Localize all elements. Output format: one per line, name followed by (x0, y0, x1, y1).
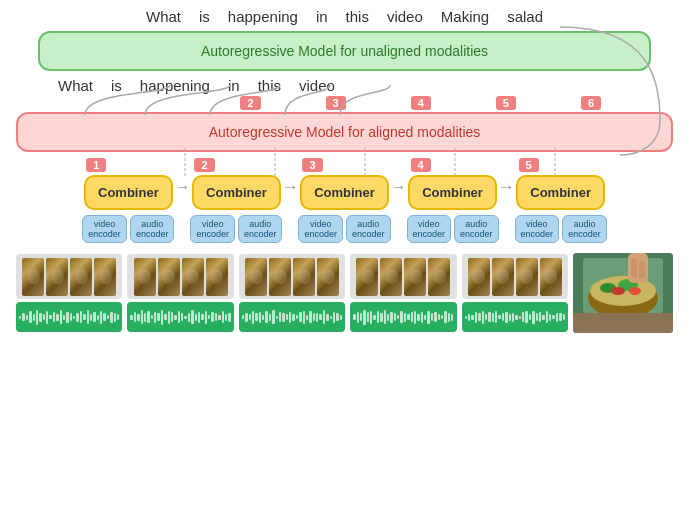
wave-bar (515, 315, 517, 320)
frame (380, 258, 402, 296)
top-question-row: What is happening in this video Making s… (8, 8, 681, 25)
word-happening-1: happening (228, 8, 298, 25)
wave-bar (519, 316, 521, 319)
wave-bar (441, 315, 443, 319)
svg-rect-16 (573, 313, 673, 333)
arrow-1-2: → (174, 178, 190, 196)
wave-bar (63, 315, 65, 320)
wave-bar (303, 311, 305, 324)
wave-bar (211, 312, 213, 322)
audio-encoder-3: audioencoder (346, 215, 391, 243)
media-unit-4 (350, 254, 456, 332)
frame (134, 258, 156, 296)
wave-bar (195, 314, 197, 321)
encoder-pair-1: videoencoder audioencoder (82, 215, 174, 243)
wave-bar (242, 315, 244, 319)
wave-bar (377, 311, 379, 323)
wave-bar (522, 312, 524, 322)
combiner-box-3: Combiner (300, 175, 389, 210)
wave-bar (532, 311, 534, 324)
combiner-box-2: Combiner (192, 175, 281, 210)
video-encoder-4: videoencoder (407, 215, 452, 243)
wave-bar (397, 315, 399, 319)
wave-bar (323, 310, 325, 324)
wave-bar (225, 314, 227, 321)
video-encoder-3: videoencoder (298, 215, 343, 243)
frame (428, 258, 450, 296)
wave-bar (259, 312, 261, 323)
wave-bar (552, 315, 554, 319)
combiner-number-5: 5 (519, 158, 539, 172)
wave-bar (498, 315, 500, 319)
wave-bar (536, 313, 538, 321)
media-unit-1 (16, 254, 122, 332)
wave-bar (448, 313, 450, 322)
wave-bar (400, 311, 402, 323)
wave-bar (171, 312, 173, 322)
wave-bar (26, 315, 28, 320)
wave-bar (147, 311, 149, 323)
svg-rect-14 (631, 258, 637, 278)
svg-point-11 (611, 287, 625, 295)
wave-bar (546, 311, 548, 323)
combiner-box-5: Combiner (516, 175, 605, 210)
wave-bar (249, 314, 251, 320)
wave-bar (269, 314, 271, 321)
combiner-number-4: 4 (411, 158, 431, 172)
word-making: Making (441, 8, 489, 25)
media-unit-5 (462, 254, 568, 332)
frame (158, 258, 180, 296)
encoder-pair-3: videoencoder audioencoder (298, 215, 390, 243)
video-encoder-2: videoencoder (190, 215, 235, 243)
wave-bar (563, 314, 565, 320)
wave-bar (154, 312, 156, 323)
wave-bar (319, 314, 321, 320)
waveform-1 (19, 302, 119, 332)
video-encoder-1: videoencoder (82, 215, 127, 243)
wave-bar (424, 315, 426, 320)
wave-bar (228, 313, 230, 322)
wave-bar (117, 314, 119, 320)
wave-bar (286, 314, 288, 320)
audio-strip-1 (16, 302, 122, 332)
badge-4: 4 (411, 96, 431, 110)
wave-bar (556, 313, 558, 322)
wave-bar (262, 315, 264, 320)
wave-bar (188, 313, 190, 322)
wave-bar (380, 313, 382, 322)
wave-bar (107, 315, 109, 319)
video-encoder-5: videoencoder (515, 215, 560, 243)
combiner-unit-3: 3 Combiner videoencoder audioencoder (298, 158, 390, 243)
frame (492, 258, 514, 296)
wave-bar (478, 313, 480, 321)
frame (22, 258, 44, 296)
wave-bar (414, 311, 416, 324)
frame (46, 258, 68, 296)
frame (540, 258, 562, 296)
audio-encoder-2: audioencoder (238, 215, 283, 243)
word-in-2: in (228, 77, 240, 94)
wave-bar (289, 312, 291, 323)
wave-bar (66, 312, 68, 323)
combiner-unit-4: 4 Combiner videoencoder audioencoder (407, 158, 499, 243)
word-video-1: video (387, 8, 423, 25)
wave-bar (451, 314, 453, 321)
wave-bar (313, 313, 315, 321)
wave-bar (87, 310, 89, 324)
top-badges-row: 2 3 4 5 6 (8, 96, 681, 110)
combiners-row: 1 Combiner videoencoder audioencoder → 2… (16, 158, 673, 243)
wave-bar (36, 310, 38, 325)
frame (70, 258, 92, 296)
wave-bar (100, 311, 102, 324)
wave-bar (168, 311, 170, 324)
encoder-pair-2: videoencoder audioencoder (190, 215, 282, 243)
wave-bar (46, 311, 48, 324)
diagram-container: What is happening in this video Making s… (0, 0, 689, 517)
wave-bar (502, 313, 504, 321)
wave-bar (201, 314, 203, 320)
wave-bar (97, 315, 99, 320)
wave-bar (353, 314, 355, 320)
word-what-1: What (146, 8, 181, 25)
badge-6: 6 (581, 96, 601, 110)
wave-bar (161, 310, 163, 325)
